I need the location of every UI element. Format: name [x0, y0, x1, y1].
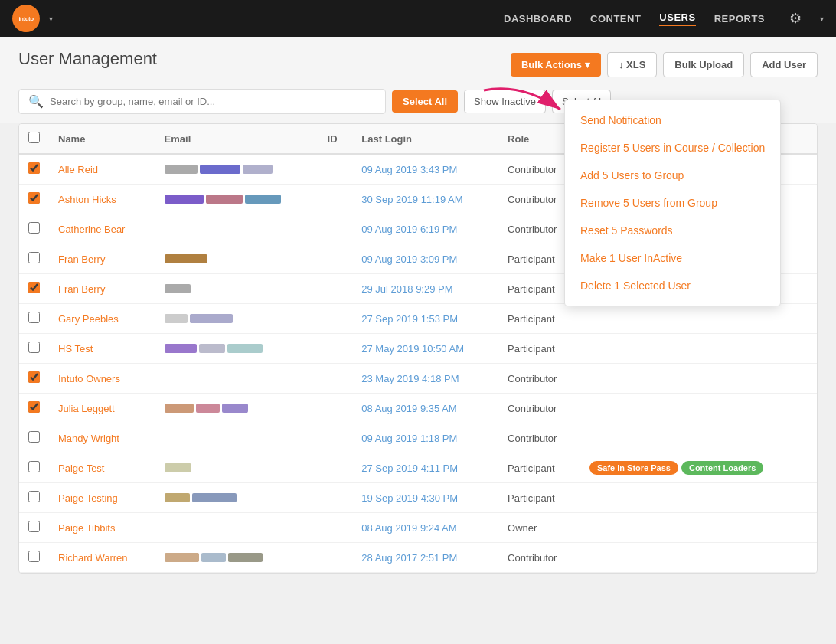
- row-email: [155, 154, 318, 185]
- row-checkbox-cell[interactable]: [19, 423, 49, 453]
- row-email: [155, 543, 318, 573]
- row-id: [318, 423, 353, 453]
- row-checkbox[interactable]: [28, 461, 40, 472]
- logo[interactable]: intuto: [12, 5, 40, 32]
- row-checkbox-cell[interactable]: [19, 154, 49, 185]
- row-checkbox-cell[interactable]: [19, 513, 49, 543]
- row-badges: [580, 364, 817, 394]
- show-inactive-button[interactable]: Show Inactive: [464, 90, 546, 113]
- row-name[interactable]: Intuto Owners: [49, 364, 155, 394]
- row-checkbox[interactable]: [28, 252, 40, 263]
- row-name[interactable]: Fran Berry: [49, 274, 155, 304]
- logo-dropdown-arrow[interactable]: ▾: [49, 15, 53, 23]
- row-checkbox-cell[interactable]: [19, 543, 49, 573]
- gear-icon[interactable]: ⚙: [789, 10, 802, 27]
- search-icon: 🔍: [28, 94, 44, 109]
- row-checkbox-cell[interactable]: [19, 453, 49, 483]
- row-name[interactable]: Mandy Wright: [49, 423, 155, 453]
- row-checkbox[interactable]: [28, 312, 40, 323]
- dropdown-item[interactable]: Delete 1 Selected User: [565, 272, 780, 299]
- row-checkbox-cell[interactable]: [19, 483, 49, 513]
- row-checkbox[interactable]: [28, 521, 40, 532]
- row-badges: [580, 304, 817, 334]
- row-last-login: 27 May 2019 10:50 AM: [352, 334, 498, 364]
- row-name[interactable]: HS Test: [49, 334, 155, 364]
- row-last-login: 27 Sep 2019 1:53 PM: [352, 304, 498, 334]
- row-checkbox-cell[interactable]: [19, 214, 49, 244]
- bulk-actions-button[interactable]: Bulk Actions ▾: [511, 53, 601, 77]
- row-name[interactable]: Catherine Bear: [49, 214, 155, 244]
- row-name[interactable]: Alle Reid: [49, 154, 155, 185]
- nav-content[interactable]: CONTENT: [590, 13, 641, 25]
- row-checkbox[interactable]: [28, 222, 40, 234]
- row-checkbox-cell[interactable]: [19, 334, 49, 364]
- row-email: [155, 453, 318, 483]
- row-checkbox-cell[interactable]: [19, 274, 49, 304]
- row-checkbox[interactable]: [28, 282, 40, 293]
- dropdown-item[interactable]: Reset 5 Passwords: [565, 217, 780, 244]
- row-last-login: 19 Sep 2019 4:30 PM: [352, 483, 498, 513]
- row-badges: [580, 543, 817, 573]
- row-email: [155, 214, 318, 244]
- row-id: [318, 453, 353, 483]
- nav-dashboard[interactable]: DASHBOARD: [504, 13, 572, 25]
- row-name[interactable]: Fran Berry: [49, 244, 155, 274]
- table-row: Julia Leggett08 Aug 2019 9:35 AMContribu…: [19, 394, 817, 423]
- row-checkbox[interactable]: [28, 431, 40, 443]
- header-actions: Bulk Actions ▾ ↓ XLS Bulk Upload Add Use…: [511, 52, 818, 77]
- row-checkbox[interactable]: [28, 342, 40, 353]
- row-name[interactable]: Gary Peebles: [49, 304, 155, 334]
- page-header: User Management Bulk Actions ▾ ↓ XLS Bul…: [0, 37, 836, 81]
- row-checkbox[interactable]: [28, 371, 40, 383]
- row-checkbox-cell[interactable]: [19, 185, 49, 214]
- bulk-upload-button[interactable]: Bulk Upload: [663, 52, 744, 77]
- row-checkbox-cell[interactable]: [19, 304, 49, 334]
- search-input[interactable]: [50, 96, 376, 107]
- row-badges: [580, 394, 817, 423]
- row-last-login: 23 May 2019 4:18 PM: [352, 364, 498, 394]
- row-role: Participant: [498, 304, 580, 334]
- bulk-actions-label: Bulk Actions: [521, 59, 582, 70]
- row-checkbox[interactable]: [28, 401, 40, 413]
- row-id: [318, 394, 353, 423]
- row-id: [318, 364, 353, 394]
- row-badges: [580, 513, 817, 543]
- row-checkbox[interactable]: [28, 162, 40, 174]
- row-checkbox[interactable]: [28, 551, 40, 562]
- col-header-last-login: Last Login: [352, 124, 498, 154]
- select-all-checkbox-header[interactable]: [19, 124, 49, 154]
- row-name[interactable]: Julia Leggett: [49, 394, 155, 423]
- select-all-button[interactable]: Select All: [392, 90, 458, 113]
- row-last-login: 09 Aug 2019 6:19 PM: [352, 214, 498, 244]
- row-name[interactable]: Paige Tibbits: [49, 513, 155, 543]
- row-email: [155, 304, 318, 334]
- row-checkbox-cell[interactable]: [19, 244, 49, 274]
- row-checkbox[interactable]: [28, 192, 40, 204]
- table-row: Paige Testing19 Sep 2019 4:30 PMParticip…: [19, 483, 817, 513]
- row-id: [318, 304, 353, 334]
- row-name[interactable]: Paige Testing: [49, 483, 155, 513]
- table-row: Mandy Wright09 Aug 2019 1:18 PMContribut…: [19, 423, 817, 453]
- row-badges: [580, 334, 817, 364]
- row-checkbox-cell[interactable]: [19, 394, 49, 423]
- badge: Content Loaders: [681, 461, 763, 475]
- row-checkbox[interactable]: [28, 491, 40, 502]
- add-user-button[interactable]: Add User: [750, 52, 818, 77]
- row-name[interactable]: Ashton Hicks: [49, 185, 155, 214]
- row-name[interactable]: Richard Warren: [49, 543, 155, 573]
- row-email: [155, 185, 318, 214]
- dropdown-item[interactable]: Register 5 Users in Course / Collection: [565, 134, 780, 162]
- nav-reports[interactable]: REPORTS: [714, 13, 765, 25]
- row-checkbox-cell[interactable]: [19, 364, 49, 394]
- dropdown-item[interactable]: Make 1 User InActive: [565, 244, 780, 272]
- dropdown-item[interactable]: Remove 5 Users from Group: [565, 189, 780, 217]
- search-box: 🔍: [18, 89, 386, 114]
- dropdown-item[interactable]: Send Notification: [565, 106, 780, 134]
- row-last-login: 09 Aug 2019 3:09 PM: [352, 244, 498, 274]
- dropdown-item[interactable]: Add 5 Users to Group: [565, 162, 780, 189]
- table-row: Richard Warren28 Aug 2017 2:51 PMContrib…: [19, 543, 817, 573]
- nav-users[interactable]: USERS: [659, 11, 695, 26]
- gear-dropdown-arrow[interactable]: ▾: [820, 15, 824, 23]
- row-name[interactable]: Paige Test: [49, 453, 155, 483]
- xls-button[interactable]: ↓ XLS: [607, 52, 657, 77]
